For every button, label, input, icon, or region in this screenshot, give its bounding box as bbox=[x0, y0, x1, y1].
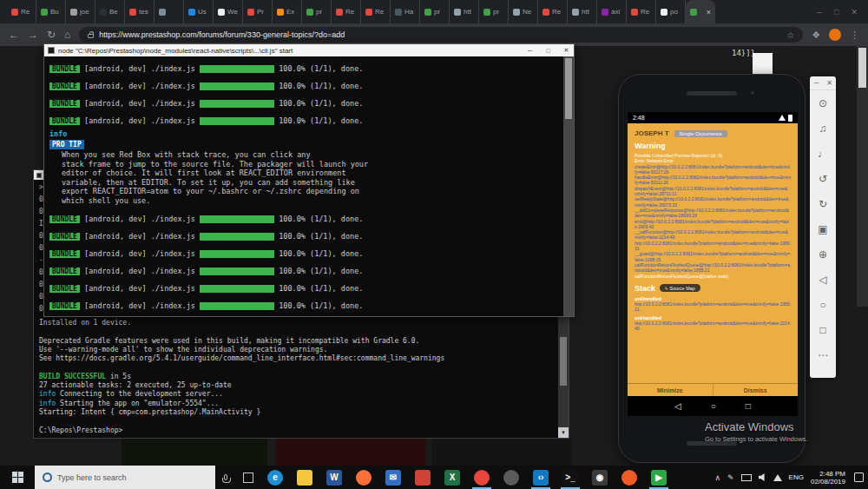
android-overview-icon[interactable]: □ bbox=[746, 401, 751, 411]
browser-tab[interactable]: We bbox=[214, 0, 243, 23]
browser-tab[interactable]: pr bbox=[479, 0, 509, 23]
warning-body-line[interactable]: __didCompleteResponse@http://10.0.2.2:80… bbox=[635, 208, 791, 219]
back-icon[interactable]: ← bbox=[9, 30, 19, 40]
bookmark-star-icon[interactable]: ☆ bbox=[786, 30, 794, 40]
warning-body-line[interactable]: handleError@http://10.0.2.2:8081/index.b… bbox=[635, 175, 791, 186]
browser-tab[interactable]: tes bbox=[125, 0, 155, 23]
warning-body-line[interactable]: callFunctionReturnFlushedQueue@http://10… bbox=[635, 262, 791, 274]
window-close-icon[interactable]: ✕ bbox=[851, 8, 858, 17]
browser-tab[interactable]: htt bbox=[568, 0, 597, 23]
clock[interactable]: 2:48 PM 02/08/2019 bbox=[811, 470, 845, 486]
vscode-taskbar-icon[interactable]: ‹› bbox=[526, 466, 556, 489]
pen-icon[interactable]: ✎ bbox=[727, 473, 734, 482]
file-explorer-taskbar-icon[interactable] bbox=[290, 466, 319, 489]
warning-body-line[interactable]: __guard@http://10.0.2.2:8081/index.bundl… bbox=[635, 251, 791, 262]
maximize-button[interactable]: □ bbox=[541, 48, 556, 54]
zoom-icon[interactable]: ⊕ bbox=[810, 241, 836, 267]
notification-icon[interactable] bbox=[854, 472, 864, 482]
browser-tab[interactable]: Re bbox=[7, 0, 36, 23]
settings-taskbar-icon[interactable] bbox=[496, 466, 526, 489]
warning-body-line[interactable]: emit@http://10.0.2.2:8081/index.bundle?p… bbox=[635, 219, 791, 230]
profile-avatar[interactable] bbox=[829, 29, 841, 41]
nav-home-icon[interactable]: ○ bbox=[810, 292, 836, 317]
tab-close-icon[interactable]: × bbox=[707, 8, 711, 17]
home-icon[interactable]: ⌂ bbox=[64, 30, 70, 40]
rotate-left-icon[interactable]: ↺ bbox=[810, 166, 836, 191]
warning-body-line[interactable]: dispatchEvent@http://10.0.2.2:8081/index… bbox=[635, 186, 791, 197]
browser-tab[interactable]: Pr bbox=[243, 0, 273, 23]
taskbar-search[interactable]: Type here to search bbox=[35, 466, 215, 489]
browser-tab[interactable]: Re bbox=[538, 0, 568, 23]
warning-body-line[interactable]: createError@http://10.0.2.2:8081/index.b… bbox=[635, 164, 791, 175]
browser-tab[interactable]: × bbox=[686, 0, 715, 23]
page-scrollbar[interactable] bbox=[857, 46, 868, 307]
android-home-icon[interactable]: ○ bbox=[711, 401, 716, 411]
nav-back-icon[interactable]: ◁ bbox=[810, 267, 836, 292]
stack-frame-link[interactable]: http://10.0.2.2:8081/index.bundle?platfo… bbox=[635, 301, 791, 312]
browser-tab[interactable]: Be bbox=[95, 0, 125, 23]
volume-down-icon[interactable]: ♩ bbox=[810, 141, 836, 166]
scrollbar-thumb[interactable] bbox=[565, 58, 572, 119]
window-minimize-icon[interactable]: ─ bbox=[817, 8, 822, 17]
stack-frame-link[interactable]: http://10.0.2.2:8081/index.bundle?platfo… bbox=[635, 320, 791, 331]
keyboard-icon[interactable] bbox=[741, 474, 752, 481]
browser-tab[interactable]: axi bbox=[597, 0, 627, 23]
browser-tab[interactable]: pr bbox=[302, 0, 332, 23]
emulator-minimize-icon[interactable]: ─ bbox=[810, 76, 823, 89]
scrollbar-thumb[interactable] bbox=[560, 337, 567, 386]
task-view-icon[interactable] bbox=[243, 472, 253, 483]
chrome-taskbar-icon[interactable] bbox=[467, 466, 496, 489]
extensions-icon[interactable]: ❖ bbox=[812, 30, 820, 41]
volume-icon[interactable] bbox=[759, 473, 766, 481]
android-back-icon[interactable]: ◁ bbox=[674, 401, 681, 411]
browser-tab[interactable]: Bu bbox=[36, 0, 66, 23]
browser-tab[interactable]: pr bbox=[420, 0, 450, 23]
browser-tab[interactable]: Ex bbox=[273, 0, 302, 23]
android-studio-taskbar-icon[interactable]: ◉ bbox=[585, 466, 615, 489]
network-icon[interactable] bbox=[773, 474, 782, 481]
page-thumbnail[interactable] bbox=[431, 437, 572, 466]
language-indicator[interactable]: ENG bbox=[789, 473, 804, 481]
reload-icon[interactable]: ↻ bbox=[47, 30, 56, 40]
postman-taskbar-icon[interactable] bbox=[615, 466, 644, 489]
browser-tab[interactable]: htt bbox=[450, 0, 479, 23]
minimize-warning-button[interactable]: Minimize bbox=[628, 384, 713, 396]
mail-taskbar-icon[interactable]: ✉ bbox=[378, 466, 408, 489]
screenshot-icon[interactable]: ▣ bbox=[810, 216, 836, 241]
emulator-close-icon[interactable]: ✕ bbox=[823, 76, 836, 89]
dismiss-warning-button[interactable]: Dismiss bbox=[713, 384, 799, 396]
more-icon[interactable]: ⋯ bbox=[810, 342, 836, 367]
browser-tab[interactable]: joe bbox=[66, 0, 95, 23]
page-thumbnail[interactable] bbox=[122, 437, 267, 466]
emulator-taskbar-icon[interactable]: ▶ bbox=[644, 466, 674, 489]
mic-icon[interactable] bbox=[224, 474, 227, 480]
power-icon[interactable]: ⊙ bbox=[810, 90, 836, 116]
warning-body-line[interactable]: setReadyState@http://10.0.2.2:8081/index… bbox=[635, 196, 791, 208]
command-prompt-taskbar-icon[interactable]: >_ bbox=[556, 466, 585, 489]
browser-tab[interactable]: Re bbox=[332, 0, 361, 23]
volume-up-icon[interactable]: ♫ bbox=[810, 116, 836, 141]
microsoft-edge-taskbar-icon[interactable]: e bbox=[260, 466, 290, 489]
scroll-down-arrow-icon[interactable]: ▾ bbox=[558, 427, 569, 438]
browser-tab[interactable]: Ha bbox=[391, 0, 420, 23]
nav-overview-icon[interactable]: □ bbox=[810, 317, 836, 342]
terminal-main-titlebar[interactable]: node "C:\Repos\Prestashop\node_modules\r… bbox=[44, 44, 574, 56]
source-map-badge[interactable]: ϟ Source Map bbox=[660, 284, 700, 292]
browser-tab[interactable]: Us bbox=[184, 0, 214, 23]
minimize-button[interactable]: ─ bbox=[523, 48, 537, 54]
word-taskbar-icon[interactable]: W bbox=[319, 466, 349, 489]
firefox-taskbar-icon[interactable] bbox=[349, 466, 378, 489]
url-bar[interactable]: https://www.prestashop.com/forums/forum/… bbox=[79, 27, 803, 43]
window-maximize-icon[interactable]: □ bbox=[834, 8, 838, 17]
tray-expand-icon[interactable]: ∧ bbox=[714, 473, 720, 482]
browser-tab[interactable] bbox=[155, 0, 184, 23]
browser-tab[interactable]: po bbox=[656, 0, 686, 23]
close-button[interactable]: ✕ bbox=[559, 47, 574, 54]
browser-tab[interactable]: Re bbox=[361, 0, 391, 23]
rotate-right-icon[interactable]: ↻ bbox=[810, 191, 836, 216]
browser-tab[interactable]: Ne bbox=[509, 0, 538, 23]
warning-body-line[interactable]: __callFunction@http://10.0.2.2:8081/inde… bbox=[635, 229, 791, 241]
forward-icon[interactable]: → bbox=[28, 30, 38, 40]
menu-icon[interactable]: ⋮ bbox=[850, 30, 859, 41]
start-button[interactable] bbox=[0, 466, 35, 489]
